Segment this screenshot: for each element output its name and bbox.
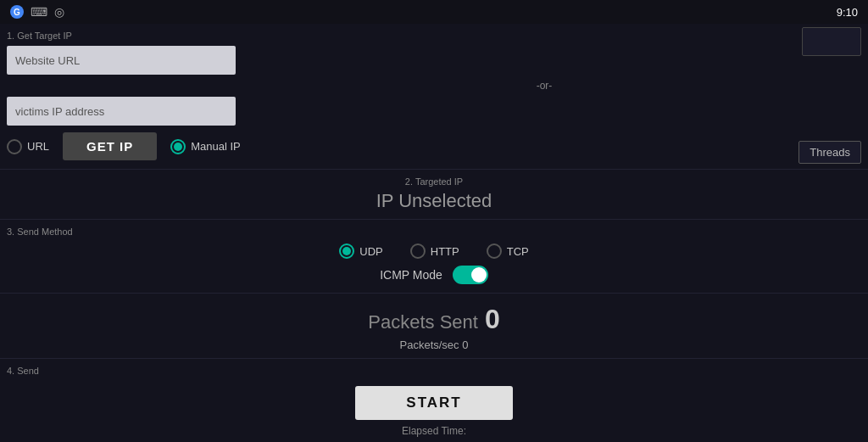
packets-per-sec-row: Packets/sec 0 [0, 338, 868, 351]
udp-radio-group[interactable]: UDP [339, 243, 382, 259]
packets-count: 0 [485, 304, 500, 335]
g-icon: G [10, 5, 24, 19]
section1-label: 1. Get Target IP [0, 27, 868, 42]
url-radio[interactable] [7, 139, 22, 154]
packets-per-sec-label: Packets/sec [400, 338, 459, 351]
or-divider: -or- [110, 78, 868, 93]
icmp-label: ICMP Mode [380, 268, 442, 282]
icmp-toggle[interactable] [453, 266, 488, 284]
udp-radio-dot [342, 247, 351, 255]
port-input[interactable]: 3074 [802, 27, 861, 56]
victims-ip-row: Threads [0, 93, 868, 129]
ip-status: IP Unselected [0, 190, 868, 212]
section-targeted-ip: 2. Targeted IP IP Unselected [0, 170, 868, 220]
send-method-row: UDP HTTP TCP [0, 238, 868, 264]
udp-label: UDP [359, 245, 382, 258]
manual-ip-radio-label: Manual IP [191, 140, 241, 153]
start-button[interactable]: START [355, 386, 512, 420]
tcp-radio[interactable] [487, 243, 502, 259]
website-url-row: 3074 [0, 42, 868, 78]
packets-sent-row: Packets Sent 0 [0, 300, 868, 338]
ip-controls-row: URL GET IP Manual IP [0, 129, 868, 164]
location-icon: ◎ [54, 5, 64, 19]
url-radio-label: URL [27, 140, 49, 153]
keyboard-icon: ⌨ [31, 5, 47, 19]
section-send: 4. Send START Elapsed Time: [0, 359, 868, 442]
udp-radio[interactable] [339, 243, 354, 259]
website-url-input[interactable] [7, 46, 236, 75]
status-bar: G ⌨ ◎ 9:10 [0, 0, 868, 24]
elapsed-label: Elapsed Time: [0, 425, 868, 437]
status-bar-left: G ⌨ ◎ [10, 5, 64, 19]
tcp-radio-group[interactable]: TCP [487, 243, 529, 259]
threads-button[interactable]: Threads [798, 141, 861, 164]
manual-ip-radio-group[interactable]: Manual IP [170, 139, 241, 154]
manual-ip-radio-dot [174, 143, 182, 151]
clock: 9:10 [837, 6, 858, 19]
section4-label: 4. Send [0, 362, 868, 378]
tcp-label: TCP [507, 245, 529, 258]
http-label: HTTP [431, 245, 459, 258]
packets-sent-label: Packets Sent [368, 311, 478, 333]
section-send-method: 3. Send Method UDP HTTP TCP ICMP Mode [0, 220, 868, 294]
main-content: 1. Get Target IP 3074 -or- Threads URL G… [0, 24, 868, 442]
victims-ip-input[interactable] [7, 97, 236, 126]
manual-ip-radio[interactable] [170, 139, 186, 154]
get-ip-button[interactable]: GET IP [63, 132, 157, 160]
url-radio-group[interactable]: URL [7, 139, 49, 154]
section3-label: 3. Send Method [0, 223, 868, 238]
icmp-row: ICMP Mode [0, 264, 868, 286]
http-radio-group[interactable]: HTTP [410, 243, 459, 259]
http-radio[interactable] [410, 243, 426, 259]
toggle-knob [471, 267, 487, 283]
section-get-ip: 1. Get Target IP 3074 -or- Threads URL G… [0, 24, 868, 170]
packets-per-sec-value: 0 [462, 338, 468, 351]
section2-label: 2. Targeted IP [0, 173, 868, 188]
section-stats: Packets Sent 0 Packets/sec 0 [0, 294, 868, 359]
